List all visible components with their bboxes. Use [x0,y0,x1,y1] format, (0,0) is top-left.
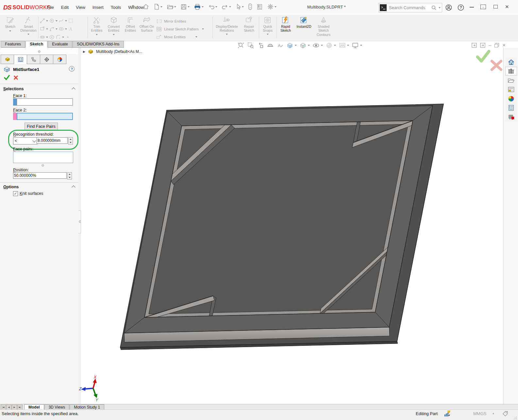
tab-3d-views[interactable]: 3D Views [44,404,69,410]
settings-gear-icon[interactable] [266,3,277,11]
collapse-selections-icon[interactable] [72,87,75,91]
quick-snaps-button[interactable]: Quick Snaps [260,16,275,35]
view-palette-icon[interactable] [505,85,517,94]
confirmation-cancel-icon[interactable] [490,60,503,71]
threshold-operator-dropdown[interactable]: < [13,137,37,144]
threshold-value-input[interactable] [37,137,68,144]
tab-property-manager[interactable] [14,55,27,64]
display-style-button[interactable] [299,42,310,49]
nav-last-button[interactable]: ▶| [17,405,23,410]
ok-button[interactable] [3,74,10,82]
apply-scene-button[interactable] [339,42,349,49]
model-multibody-part[interactable] [114,95,454,356]
point-tool-icon[interactable] [65,34,71,40]
panel-help-icon[interactable]: ? [69,66,75,73]
section-view-icon[interactable] [267,42,274,49]
file-explorer-icon[interactable] [505,76,517,85]
undo-button[interactable] [207,3,218,10]
face-pairs-listbox[interactable] [13,152,73,163]
select-button[interactable] [235,3,244,11]
span-displays-button[interactable]: ↔ [480,5,486,9]
cancel-button[interactable] [13,75,19,81]
custom-properties-icon[interactable] [505,103,517,112]
resize-grip[interactable] [514,416,517,419]
performance-warning-icon[interactable] [444,411,451,417]
search-icon[interactable] [431,5,437,11]
next-document-icon[interactable] [480,43,485,48]
menu-tools[interactable]: Tools [107,0,125,15]
tab-model[interactable]: Model [24,404,44,410]
maximize-button[interactable] [493,5,498,8]
new-document-button[interactable] [153,3,163,11]
close-document-icon[interactable]: ✕ [502,43,506,48]
menu-file[interactable]: File [43,0,58,15]
nav-next-button[interactable]: ▶ [12,405,17,410]
trim-entities-button[interactable]: Trim Entities [89,16,105,35]
options-header[interactable]: Options [3,185,19,189]
previous-document-icon[interactable] [472,43,477,48]
annotations-icon[interactable]: A [276,42,284,49]
tab-evaluate[interactable]: Evaluate [48,41,72,48]
touch-mode-icon[interactable] [247,3,253,11]
line-tool-icon[interactable] [40,18,45,24]
edit-appearance-button[interactable] [326,42,336,49]
rapid-sketch-button[interactable]: Rapid Sketch [278,16,293,33]
tab-motion-study-1[interactable]: Motion Study 1 [70,404,104,410]
sketch-tool-button[interactable]: Sketch [2,16,18,32]
redo-button[interactable] [221,3,232,10]
options-list-icon[interactable] [256,3,263,11]
panel-resize-grip[interactable] [38,50,41,53]
contour-select-tool-icon[interactable] [68,18,74,24]
caret-down-icon[interactable] [160,6,162,8]
print-button[interactable] [193,3,204,11]
account-icon[interactable] [445,4,452,12]
find-face-pairs-button[interactable]: Find Face Pairs [25,123,58,130]
save-button[interactable] [180,3,190,11]
position-spinner[interactable] [67,172,72,179]
tab-sketch[interactable]: Sketch [25,41,47,48]
repair-sketch-button[interactable]: Repair Sketch [241,16,258,33]
circle-tool-icon[interactable] [49,18,55,24]
help-icon[interactable]: ? [457,4,464,12]
confirmation-ok-icon[interactable] [476,50,491,63]
text-tool-icon[interactable]: A [68,26,74,32]
move-entities-button[interactable]: Move Entities [156,33,211,41]
spline-tool-icon[interactable] [58,18,64,24]
pin-icon[interactable] [129,4,135,11]
shaded-sketch-contours-button[interactable]: Shaded Sketch Contours [314,16,333,37]
nav-first-button[interactable]: |◀ [1,405,6,410]
task-pane-home-icon[interactable] [505,58,517,66]
flyout-feature-tree[interactable]: ▶ Multibody (Default<As M... [83,49,142,54]
restore-document-icon[interactable] [494,43,499,47]
face2-selection-box-active[interactable] [17,113,73,120]
tab-display-manager[interactable] [53,55,66,64]
tree-expander-icon[interactable]: ▶ [83,50,85,53]
view-settings-button[interactable] [352,42,362,49]
search-commands-box[interactable]: > [378,3,442,12]
ellipse-tool-icon[interactable] [58,26,64,32]
instant2d-button[interactable]: Instant2D [295,16,313,28]
tab-feature-manager[interactable] [1,55,14,64]
rectangle-tool-icon[interactable] [40,26,45,32]
knit-surfaces-checkbox[interactable]: ✓ [13,191,18,196]
menu-view[interactable]: View [72,0,89,15]
tab-features[interactable]: Features [1,41,25,48]
zoom-to-area-icon[interactable] [247,42,254,49]
display-delete-relations-button[interactable]: Display/Delete Relations [214,16,239,35]
open-button[interactable] [166,3,177,11]
close-button[interactable]: ✕ [505,4,509,10]
offset-entities-button[interactable]: Offset Entities [123,16,138,33]
arc-tool-icon[interactable] [49,26,55,32]
tab-solidworks-add-ins[interactable]: SOLIDWORKS Add-Ins [73,41,124,48]
graphics-viewport[interactable]: ▶ Multibody (Default<As M... [81,48,503,404]
selections-header[interactable]: Selections [3,87,24,91]
nav-prev-button[interactable]: ◀ [6,405,11,410]
tree-root-label[interactable]: Multibody (Default<As M... [96,49,142,54]
tab-dimxpert-manager[interactable] [40,55,53,64]
status-units[interactable]: MMGS [473,411,486,416]
search-caret-icon[interactable] [439,7,441,8]
position-value-input[interactable] [13,172,67,179]
view-orientation-button[interactable] [286,42,297,49]
convert-entities-button[interactable]: Convert Entities [105,16,122,35]
collapse-options-icon[interactable] [72,185,75,189]
